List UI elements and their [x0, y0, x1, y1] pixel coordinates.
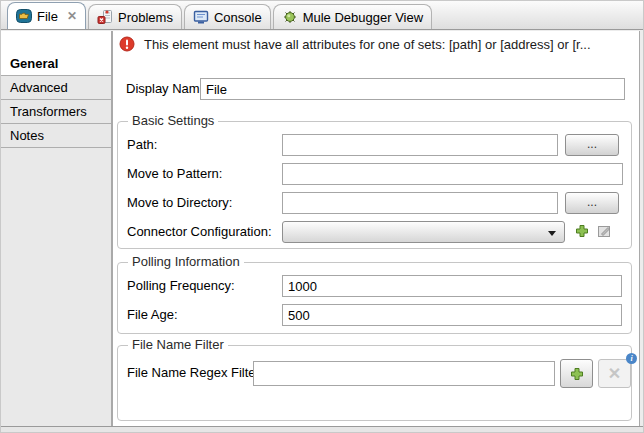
sidebar-spacer [1, 31, 111, 52]
polling-frequency-input[interactable] [282, 275, 622, 297]
tab-file[interactable]: File ✕ [7, 2, 86, 29]
x-icon: ✕ [608, 366, 621, 382]
path-input[interactable] [282, 134, 558, 156]
move-to-directory-browse-button[interactable]: ... [565, 192, 619, 214]
group-title: File Name Filter [128, 337, 228, 352]
view-tab-bar: File ✕ Problems Console [1, 1, 644, 30]
general-panel: This element must have all attributes fo… [112, 31, 640, 426]
mule-debugger-icon [282, 9, 298, 25]
file-age-input[interactable] [282, 304, 622, 326]
tab-console[interactable]: Console [184, 4, 271, 29]
sidebar-item-notes[interactable]: Notes [1, 124, 111, 148]
move-to-pattern-label: Move to Pattern: [127, 163, 222, 185]
path-browse-button[interactable]: ... [565, 134, 619, 156]
tab-label: File [37, 9, 58, 24]
display-name-input[interactable] [200, 78, 625, 100]
move-to-directory-input[interactable] [282, 192, 558, 214]
sidebar-item-general[interactable]: General [1, 52, 111, 76]
group-title: Basic Settings [128, 113, 218, 128]
properties-sidebar: General Advanced Transformers Notes [1, 31, 112, 426]
sidebar-fill [1, 148, 111, 426]
error-message: This element must have all attributes fo… [144, 37, 591, 52]
add-filter-button[interactable] [560, 359, 593, 388]
move-to-pattern-input[interactable] [282, 163, 623, 185]
file-connector-icon [16, 8, 32, 24]
tab-label: Mule Debugger View [303, 10, 423, 25]
info-icon: i [626, 353, 637, 364]
close-icon[interactable]: ✕ [67, 10, 77, 22]
file-name-regex-filter-input[interactable] [253, 361, 555, 386]
tab-label: Console [214, 10, 262, 25]
path-label: Path: [127, 134, 157, 156]
plus-icon [569, 366, 585, 382]
sidebar-item-advanced[interactable]: Advanced [1, 76, 111, 100]
bottom-trim [1, 426, 644, 433]
connector-configuration-label: Connector Configuration: [127, 221, 272, 243]
sidebar-item-transformers[interactable]: Transformers [1, 100, 111, 124]
remove-filter-button[interactable]: ✕ [598, 359, 631, 388]
file-age-label: File Age: [127, 304, 178, 326]
tab-label: Problems [118, 10, 173, 25]
move-to-directory-label: Move to Directory: [127, 192, 232, 214]
edit-connector-config-icon[interactable] [596, 223, 612, 239]
polling-frequency-label: Polling Frequency: [127, 275, 235, 297]
tab-problems[interactable]: Problems [88, 4, 182, 29]
connector-configuration-select[interactable] [282, 221, 565, 243]
display-name-label: Display Name: [126, 78, 211, 100]
add-connector-config-icon[interactable] [574, 223, 590, 239]
file-name-regex-filter-label: File Name Regex Filter: [127, 362, 264, 384]
problems-icon [97, 9, 113, 25]
validation-error-banner: This element must have all attributes fo… [119, 34, 591, 54]
tab-mule-debugger-view[interactable]: Mule Debugger View [273, 4, 432, 29]
group-title: Polling Information [128, 254, 244, 269]
chevron-down-icon [548, 231, 556, 236]
mule-properties-window: File ✕ Problems Console [0, 0, 644, 433]
console-icon [193, 9, 209, 25]
error-icon [119, 36, 135, 52]
